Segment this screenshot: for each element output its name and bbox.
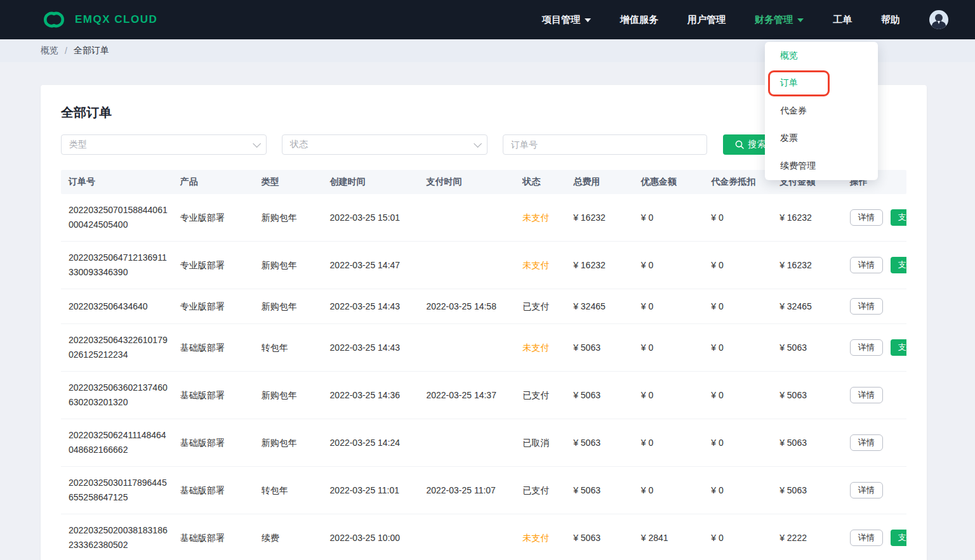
chevron-down-icon — [474, 140, 482, 148]
pay-button[interactable]: 支付 — [891, 530, 906, 546]
menu-item-renewal-management[interactable]: 续费管理 — [765, 152, 878, 180]
filter-row: 类型 状态 搜索 — [61, 134, 778, 155]
detail-button[interactable]: 详情 — [850, 434, 883, 451]
menu-item-vouchers[interactable]: 代金券 — [765, 97, 878, 125]
status-select[interactable]: 状态 — [282, 134, 488, 155]
status-badge: 已取消 — [515, 436, 566, 450]
column-header: 类型 — [254, 176, 322, 188]
order-number-line1: 20220325030117896445 — [69, 476, 173, 490]
cell-order-number: 20220325062411148464 048682166662 — [61, 428, 173, 457]
table-row: 20220325070158844061 000424505400 专业版部署 … — [61, 194, 906, 242]
detail-button[interactable]: 详情 — [850, 257, 883, 273]
cell-order-number: 2022032506434640 — [61, 299, 173, 314]
column-header: 创建时间 — [322, 176, 419, 188]
pay-button[interactable]: 支付 — [891, 339, 906, 356]
column-header: 优惠金额 — [633, 176, 704, 188]
cell-type: 新购包年 — [254, 299, 322, 314]
cell-voucher-deduction: ¥ 0 — [703, 211, 772, 225]
nav-label: 项目管理 — [542, 14, 580, 26]
nav-item-projects[interactable]: 项目管理 — [542, 14, 591, 26]
cell-product: 专业版部署 — [173, 299, 254, 314]
emqx-logo[interactable]: EMQX CLOUD — [41, 10, 157, 29]
status-badge: 未支付 — [515, 531, 566, 545]
order-number-line2: 233362380502 — [69, 538, 173, 552]
status-select-placeholder: 状态 — [290, 139, 308, 150]
cell-type: 续费 — [254, 531, 322, 545]
cell-actions: 详情 — [842, 387, 906, 403]
order-number-line2: 000424505400 — [69, 218, 173, 232]
detail-button[interactable]: 详情 — [850, 209, 883, 226]
cell-product: 基础版部署 — [173, 531, 254, 545]
cell-order-number: 20220325070158844061 000424505400 — [61, 203, 173, 232]
cell-product: 专业版部署 — [173, 211, 254, 225]
cell-order-number: 20220325020038183186 233362380502 — [61, 523, 173, 552]
table-row: 20220325064712136911 330093346390 专业版部署 … — [61, 242, 906, 289]
nav-item-value-added-services[interactable]: 增值服务 — [620, 14, 658, 26]
detail-button[interactable]: 详情 — [850, 339, 883, 356]
cell-created-time: 2022-03-25 10:00 — [322, 531, 419, 545]
chevron-down-icon — [253, 140, 261, 148]
cell-voucher-deduction: ¥ 0 — [703, 483, 772, 498]
table-body: 20220325070158844061 000424505400 专业版部署 … — [61, 194, 906, 560]
cell-created-time: 2022-03-25 15:01 — [322, 211, 419, 225]
cell-actions: 详情 支付 — [842, 209, 906, 226]
column-header: 总费用 — [566, 176, 633, 188]
cell-total-cost: ¥ 16232 — [566, 211, 633, 225]
detail-button[interactable]: 详情 — [850, 298, 883, 315]
cell-actions: 详情 — [842, 482, 906, 498]
type-select[interactable]: 类型 — [61, 134, 267, 155]
nav-item-user-management[interactable]: 用户管理 — [687, 14, 726, 26]
cell-created-time: 2022-03-25 14:47 — [322, 258, 419, 273]
order-number-line1: 2022032506434640 — [69, 299, 173, 314]
cell-actions: 详情 — [842, 298, 906, 315]
detail-button[interactable]: 详情 — [850, 387, 883, 403]
nav-item-help[interactable]: 帮助 — [881, 14, 900, 26]
order-number-input[interactable] — [503, 134, 707, 155]
cell-type: 转包年 — [254, 341, 322, 355]
cell-total-cost: ¥ 32465 — [566, 299, 633, 314]
cell-total-cost: ¥ 5063 — [566, 483, 633, 498]
order-number-line1: 20220325020038183186 — [69, 523, 173, 538]
status-badge: 已支付 — [515, 299, 566, 314]
cell-actions: 详情 支付 — [842, 257, 906, 273]
search-button-label: 搜索 — [748, 139, 766, 150]
table-row: 20220325020038183186 233362380502 基础版部署 … — [61, 514, 906, 560]
menu-item-invoices[interactable]: 发票 — [765, 125, 878, 153]
cell-discount-amount: ¥ 2841 — [633, 531, 704, 545]
cell-paid-time: 2022-03-25 14:58 — [418, 299, 515, 314]
cell-payment-amount: ¥ 32465 — [772, 299, 842, 314]
order-number-line1: 20220325062411148464 — [69, 428, 173, 443]
search-icon — [735, 140, 744, 149]
cell-total-cost: ¥ 5063 — [566, 531, 633, 545]
detail-button[interactable]: 详情 — [850, 530, 883, 546]
cell-type: 新购包年 — [254, 388, 322, 403]
cell-total-cost: ¥ 5063 — [566, 436, 633, 450]
breadcrumb-separator: / — [65, 46, 67, 56]
cell-product: 基础版部署 — [173, 483, 254, 498]
cell-product: 基础版部署 — [173, 436, 254, 450]
nav-item-finance-management[interactable]: 财务管理 — [755, 14, 804, 26]
cell-product: 基础版部署 — [173, 388, 254, 403]
breadcrumb-overview-link[interactable]: 概览 — [41, 45, 58, 56]
cell-total-cost: ¥ 16232 — [566, 258, 633, 273]
pay-button[interactable]: 支付 — [891, 257, 906, 273]
order-number-line2: 048682166662 — [69, 443, 173, 457]
column-header: 状态 — [515, 176, 566, 188]
cell-total-cost: ¥ 5063 — [566, 341, 633, 355]
cell-payment-amount: ¥ 5063 — [772, 436, 842, 450]
status-badge: 未支付 — [515, 211, 566, 225]
finance-dropdown-menu: 概览 订单 代金券 发票 续费管理 — [765, 42, 878, 180]
caret-down-icon — [797, 18, 804, 22]
pay-button[interactable]: 支付 — [891, 209, 906, 226]
orders-table: 订单号产品类型创建时间支付时间状态总费用优惠金额代金券抵扣支付金额操作 2022… — [61, 170, 906, 560]
cell-discount-amount: ¥ 0 — [633, 388, 704, 403]
menu-item-overview[interactable]: 概览 — [765, 42, 878, 70]
detail-button[interactable]: 详情 — [850, 482, 883, 498]
cell-voucher-deduction: ¥ 0 — [703, 299, 772, 314]
nav-item-tickets[interactable]: 工单 — [833, 14, 852, 26]
order-number-line1: 20220325070158844061 — [69, 203, 173, 218]
status-badge: 未支付 — [515, 341, 566, 355]
brand-title: EMQX CLOUD — [75, 13, 157, 26]
menu-item-orders[interactable]: 订单 — [765, 70, 878, 98]
user-avatar[interactable] — [929, 10, 948, 29]
